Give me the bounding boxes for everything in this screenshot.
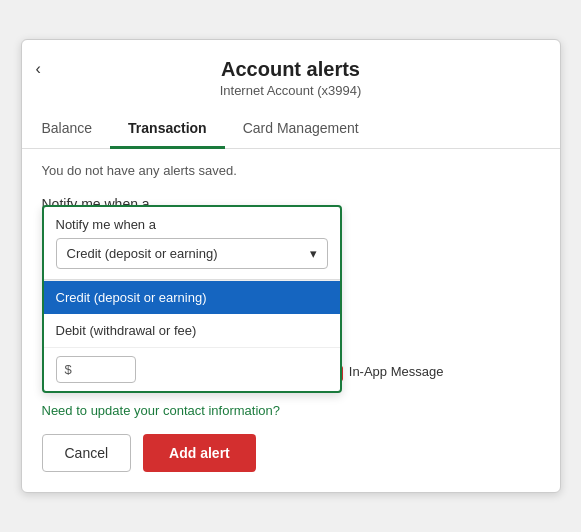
back-button[interactable]: ‹ [36,60,41,78]
add-alert-button[interactable]: Add alert [143,434,256,472]
modal-subtitle: Internet Account (x3994) [42,83,540,110]
dropdown-footer: $ [44,347,340,391]
footer-buttons: Cancel Add alert [42,434,540,472]
dropdown-header: Notify me when a Credit (deposit or earn… [44,207,340,280]
inapp-label: In-App Message [349,364,444,379]
dropdown-item-debit[interactable]: Debit (withdrawal or fee) [44,314,340,347]
tabs-bar: Balance Transaction Card Management [22,110,560,149]
dropdown-list: Credit (deposit or earning) Debit (withd… [44,280,340,347]
dropdown-dollar-symbol: $ [65,362,72,377]
cancel-button[interactable]: Cancel [42,434,132,472]
inapp-option: In-App Message [328,364,444,381]
dropdown-selected-value: Credit (deposit or earning) [67,246,218,261]
tab-card-management[interactable]: Card Management [225,110,377,149]
tab-transaction[interactable]: Transaction [110,110,225,149]
dropdown-amount-input-wrapper[interactable]: $ [56,356,136,383]
modal-header: ‹ Account alerts Internet Account (x3994… [22,40,560,110]
dropdown-item-credit[interactable]: Credit (deposit or earning) [44,281,340,314]
dropdown-select-row[interactable]: Credit (deposit or earning) ▾ [56,238,328,269]
account-alerts-modal: ‹ Account alerts Internet Account (x3994… [21,39,561,494]
content-area: You do not have any alerts saved. Notify… [22,149,560,493]
dropdown-header-label: Notify me when a [56,217,328,232]
tab-balance[interactable]: Balance [42,110,111,149]
no-alerts-message: You do not have any alerts saved. [42,163,540,178]
modal-title: Account alerts [42,58,540,81]
dropdown-overlay: Notify me when a Credit (deposit or earn… [42,205,342,393]
update-contact-link[interactable]: Need to update your contact information? [42,403,540,418]
dropdown-arrow-icon: ▾ [310,246,317,261]
dropdown-amount-input[interactable] [74,362,124,377]
